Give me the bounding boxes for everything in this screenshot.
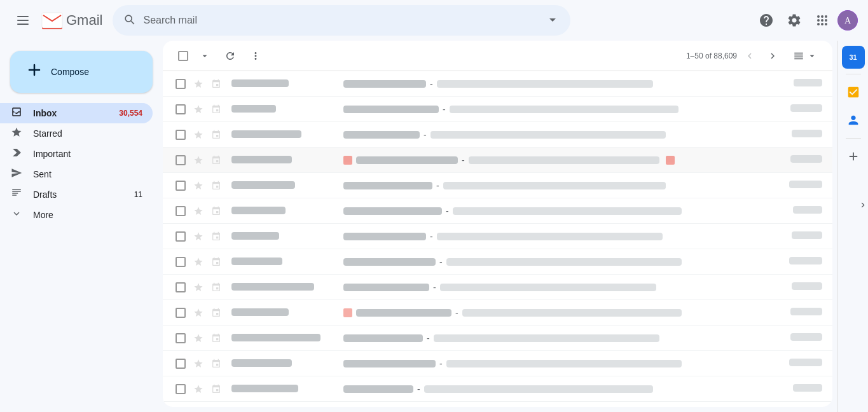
row-checkbox[interactable] xyxy=(173,333,188,343)
row-checkbox[interactable] xyxy=(173,130,188,140)
row-star-button[interactable] xyxy=(191,308,206,318)
row-checkbox[interactable] xyxy=(173,79,188,89)
row-snooze-button[interactable] xyxy=(209,333,224,343)
row-snooze-button[interactable] xyxy=(209,155,224,165)
table-row[interactable]: - xyxy=(163,300,832,326)
row-dash: - xyxy=(439,359,443,369)
row-star-button[interactable] xyxy=(191,181,206,191)
row-star-button[interactable] xyxy=(191,359,206,369)
view-toggle-button[interactable] xyxy=(788,48,822,64)
row-star-button[interactable] xyxy=(191,79,206,89)
row-snooze-button[interactable] xyxy=(209,206,224,216)
table-row[interactable]: - xyxy=(163,198,832,224)
row-content: - xyxy=(343,181,769,191)
email-toolbar: 1–50 of 88,609 xyxy=(163,41,832,71)
row-checkbox[interactable] xyxy=(173,282,188,292)
row-sender xyxy=(226,155,341,165)
row-star-button[interactable] xyxy=(191,282,206,292)
select-all-checkbox[interactable] xyxy=(173,46,193,66)
row-snooze-button[interactable] xyxy=(209,181,224,191)
calendar-icon[interactable]: 31 xyxy=(842,46,865,69)
table-row[interactable]: - xyxy=(163,326,832,351)
row-snooze-button[interactable] xyxy=(209,104,224,114)
table-row[interactable]: - xyxy=(163,224,832,249)
table-row[interactable]: - xyxy=(163,97,832,122)
pagination: 1–50 of 88,609 xyxy=(686,46,783,66)
table-row[interactable]: - xyxy=(163,148,832,173)
row-star-button[interactable] xyxy=(191,206,206,216)
row-star-button[interactable] xyxy=(191,257,206,267)
add-app-button[interactable] xyxy=(841,144,866,169)
drafts-count-badge: 11 xyxy=(134,190,142,199)
row-checkbox[interactable] xyxy=(173,257,188,267)
search-input[interactable] xyxy=(143,15,537,26)
row-snooze-button[interactable] xyxy=(209,282,224,292)
row-star-button[interactable] xyxy=(191,104,206,114)
row-star-button[interactable] xyxy=(191,333,206,343)
right-panel-expand[interactable] xyxy=(858,200,868,212)
row-checkbox[interactable] xyxy=(173,384,188,394)
table-row[interactable]: - xyxy=(163,249,832,275)
row-checkbox[interactable] xyxy=(173,231,188,242)
refresh-button[interactable] xyxy=(220,46,240,66)
row-snooze-button[interactable] xyxy=(209,130,224,140)
row-star-button[interactable] xyxy=(191,384,206,394)
table-row[interactable]: Aetrayogi.com Payment Invoice - Invoice … xyxy=(163,402,832,407)
row-checkbox[interactable] xyxy=(173,155,188,165)
row-content: - xyxy=(343,155,769,165)
row-checkbox[interactable] xyxy=(173,308,188,318)
row-star-button[interactable] xyxy=(191,130,206,140)
avatar[interactable] xyxy=(837,10,858,31)
row-snooze-button[interactable] xyxy=(209,257,224,267)
next-page-button[interactable] xyxy=(762,46,783,66)
table-row[interactable]: - xyxy=(163,122,832,148)
sidebar-item-drafts[interactable]: Drafts 11 xyxy=(0,184,153,205)
sidebar-item-inbox[interactable]: Inbox 30,554 xyxy=(0,103,153,123)
gmail-logo: Gmail xyxy=(41,11,102,29)
row-sender xyxy=(226,79,341,89)
search-icon xyxy=(123,13,135,29)
row-snooze-button[interactable] xyxy=(209,359,224,369)
tasks-icon[interactable] xyxy=(841,79,866,105)
row-checkbox[interactable] xyxy=(173,206,188,216)
settings-button[interactable] xyxy=(782,8,807,33)
table-row[interactable]: - xyxy=(163,351,832,376)
compose-button[interactable]: Compose xyxy=(10,51,153,93)
table-row[interactable]: - xyxy=(163,173,832,198)
more-options-button[interactable] xyxy=(245,46,266,66)
table-row[interactable]: - xyxy=(163,275,832,300)
more-chevron-icon xyxy=(10,208,23,223)
row-date xyxy=(771,257,822,266)
sidebar-item-starred[interactable]: Starred xyxy=(0,123,153,144)
sidebar-item-more[interactable]: More xyxy=(0,205,153,225)
row-star-button[interactable] xyxy=(191,231,206,242)
sidebar-item-sent[interactable]: Sent xyxy=(0,164,153,184)
apps-button[interactable] xyxy=(809,8,835,33)
prev-page-button[interactable] xyxy=(740,46,760,66)
row-snooze-button[interactable] xyxy=(209,308,224,318)
menu-icon[interactable] xyxy=(10,8,36,33)
row-checkbox[interactable] xyxy=(173,104,188,114)
row-snooze-button[interactable] xyxy=(209,384,224,394)
row-sender xyxy=(226,308,341,318)
sidebar-item-important[interactable]: Important xyxy=(0,144,153,164)
table-row[interactable]: - xyxy=(163,376,832,402)
row-date xyxy=(771,231,822,241)
search-bar[interactable] xyxy=(113,5,570,36)
row-date xyxy=(771,384,822,394)
row-snooze-button[interactable] xyxy=(209,231,224,242)
search-options-button[interactable] xyxy=(545,12,560,29)
row-snooze-button[interactable] xyxy=(209,79,224,89)
select-dropdown-button[interactable] xyxy=(195,46,215,66)
checkbox xyxy=(176,257,186,267)
row-dash: - xyxy=(433,282,436,292)
row-checkbox[interactable] xyxy=(173,181,188,191)
row-checkbox[interactable] xyxy=(173,359,188,369)
help-button[interactable] xyxy=(754,8,779,33)
row-content: - xyxy=(343,104,769,114)
row-star-button[interactable] xyxy=(191,155,206,165)
contacts-icon[interactable] xyxy=(841,107,866,133)
inbox-icon xyxy=(10,106,23,121)
compose-plus-icon xyxy=(25,61,43,83)
table-row[interactable]: - xyxy=(163,71,832,97)
